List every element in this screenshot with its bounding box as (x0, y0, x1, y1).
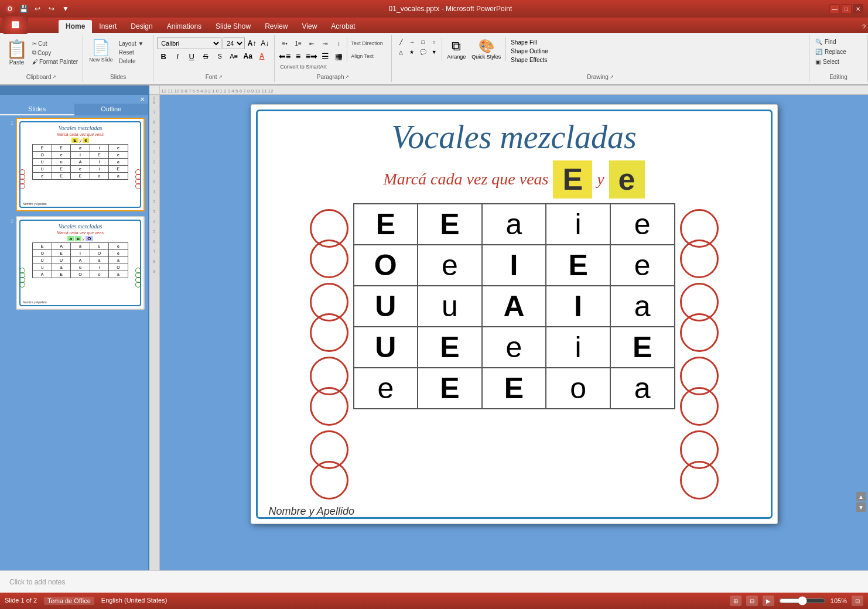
shape-circle[interactable]: ○ (429, 37, 439, 47)
cell-r4c5: E (610, 327, 675, 368)
clipboard-group: 📋 Paste ✂Cut ⧉Copy 🖌Format Painter Clipb… (0, 35, 83, 82)
slide-1-thumb[interactable]: Vocales mezcladas Marcá cada vez que vea… (16, 118, 145, 211)
shape-more[interactable]: ▼ (429, 47, 439, 57)
redo-quick-btn[interactable]: ↪ (46, 3, 57, 15)
layout-button[interactable]: Layout ▼ (117, 40, 146, 47)
quick-access-dropdown[interactable]: ▼ (60, 3, 71, 15)
save-quick-btn[interactable]: 💾 (18, 3, 29, 15)
paragraph-expand[interactable]: ↗ (345, 74, 349, 80)
shape-outline-button[interactable]: Shape Outline (508, 47, 550, 55)
delete-slide-button[interactable]: Delete (117, 57, 146, 65)
underline-button[interactable]: U (185, 50, 198, 62)
cell-r2c1: O (354, 245, 418, 286)
main-slide[interactable]: Vocales mezcladas Marcá cada vez que vea… (251, 104, 778, 524)
right-circle-2 (680, 240, 719, 278)
shape-effects-button[interactable]: Shape Effects (508, 56, 550, 64)
bold-button[interactable]: B (157, 50, 170, 62)
thumb2-border (19, 220, 141, 306)
ribbon-tabs: 🅾 Home Insert Design Animations Slide Sh… (0, 18, 868, 33)
zoom-fit-btn[interactable]: ⊡ (852, 596, 863, 606)
increase-indent-button[interactable]: ⇥ (319, 37, 332, 49)
minimize-btn[interactable]: — (829, 4, 840, 13)
copy-button[interactable]: ⧉Copy (31, 49, 79, 57)
tab-animations[interactable]: Animations (160, 20, 209, 33)
change-case-button[interactable]: Aa (241, 50, 254, 62)
shape-star[interactable]: ★ (406, 47, 417, 57)
tab-home[interactable]: Home (59, 20, 92, 33)
new-slide-button[interactable]: 📄 New Slide (87, 37, 115, 64)
decrease-font-btn[interactable]: A↓ (259, 37, 271, 49)
quick-styles-button[interactable]: 🎨 Quick Styles (469, 37, 503, 61)
cut-button[interactable]: ✂Cut (31, 40, 79, 47)
shape-rect[interactable]: □ (418, 37, 428, 47)
italic-button[interactable]: I (171, 50, 184, 62)
find-button[interactable]: 🔍 Find (813, 37, 864, 46)
shape-triangle[interactable]: △ (395, 47, 406, 57)
clipboard-expand[interactable]: ↗ (52, 74, 56, 80)
char-spacing-button[interactable]: A≡ (227, 50, 240, 62)
scroll-up-btn[interactable]: ▲ (856, 492, 866, 501)
close-btn[interactable]: ✕ (853, 4, 863, 13)
text-direction-button[interactable]: Text Direction (349, 40, 385, 47)
highlight-E: E (553, 160, 592, 199)
select-button[interactable]: ▣ Select (813, 57, 864, 66)
scroll-down-btn[interactable]: ▼ (856, 502, 866, 512)
select-icon: ▣ (815, 59, 821, 65)
reset-button[interactable]: Reset (117, 49, 146, 56)
align-left-button[interactable]: ⬅≡ (278, 50, 291, 62)
justify-button[interactable]: ☰ (319, 50, 332, 62)
sidebar-tab-outline[interactable]: Outline (74, 104, 149, 115)
font-expand[interactable]: ↗ (218, 74, 223, 80)
format-painter-button[interactable]: 🖌Format Painter (31, 58, 79, 66)
align-text-button[interactable]: Align Text (349, 53, 375, 60)
replace-button[interactable]: 🔄 Replace (813, 47, 864, 56)
line-spacing-button[interactable]: ↕ (332, 37, 345, 49)
tab-view[interactable]: View (295, 20, 324, 33)
right-circle-4 (680, 313, 719, 352)
notes-area[interactable]: Click to add notes (0, 570, 868, 593)
tab-slideshow[interactable]: Slide Show (209, 20, 258, 33)
shape-fill-button[interactable]: Shape Fill (508, 39, 550, 46)
shape-callout[interactable]: 💬 (418, 47, 428, 57)
slide-sorter-btn[interactable]: ⊟ (746, 596, 758, 606)
vocab-table: E E a i e O e I E e (353, 203, 675, 409)
font-color-button[interactable]: A (255, 50, 268, 62)
shape-arrow[interactable]: → (406, 37, 417, 47)
arrange-button[interactable]: ⧉ Arrange (445, 37, 468, 61)
numbering-button[interactable]: 1≡ (292, 37, 305, 49)
notes-placeholder: Click to add notes (9, 578, 65, 586)
sidebar-close-btn[interactable]: ✕ (138, 96, 147, 102)
undo-quick-btn[interactable]: ↩ (32, 3, 43, 15)
maximize-btn[interactable]: □ (841, 4, 852, 13)
convert-smartart-button[interactable]: Convert to SmartArt (278, 63, 329, 70)
align-right-button[interactable]: ≡➡ (305, 50, 318, 62)
sidebar-tab-slides[interactable]: Slides (0, 104, 74, 115)
font-size-select[interactable]: 24 (223, 37, 245, 49)
zoom-slider[interactable] (779, 597, 826, 604)
align-center-button[interactable]: ≡ (292, 50, 305, 62)
increase-font-btn[interactable]: A↑ (246, 37, 258, 49)
table-row-2: O e I E e (354, 245, 675, 286)
tab-insert[interactable]: Insert (92, 20, 124, 33)
tab-design[interactable]: Design (124, 20, 159, 33)
normal-view-btn[interactable]: ⊞ (730, 596, 741, 606)
shape-line[interactable]: ╱ (395, 37, 406, 47)
slide-2-thumb[interactable]: Vocales mezcladas Marcá cada vez que vea… (16, 216, 145, 310)
decrease-indent-button[interactable]: ⇤ (305, 37, 318, 49)
text-shadow-button[interactable]: S (213, 50, 226, 62)
drawing-expand[interactable]: ↗ (610, 74, 614, 80)
font-name-select[interactable]: Calibri (157, 37, 221, 49)
help-btn[interactable]: ? (860, 21, 868, 33)
tab-review[interactable]: Review (258, 20, 295, 33)
strikethrough-button[interactable]: S (199, 50, 212, 62)
slide-show-btn[interactable]: ▶ (763, 596, 774, 606)
tab-acrobat[interactable]: Acrobat (324, 20, 362, 33)
columns-button[interactable]: ▦ (332, 50, 345, 62)
office-button[interactable]: 🅾 (2, 16, 28, 34)
para-divider2 (347, 50, 347, 62)
thumb1-right-circles (135, 169, 141, 189)
para-divider (347, 37, 347, 49)
theme-info: Tema de Office (44, 597, 94, 605)
paste-button[interactable]: 📋 Paste (4, 37, 30, 67)
bullets-button[interactable]: ≡• (278, 37, 291, 49)
